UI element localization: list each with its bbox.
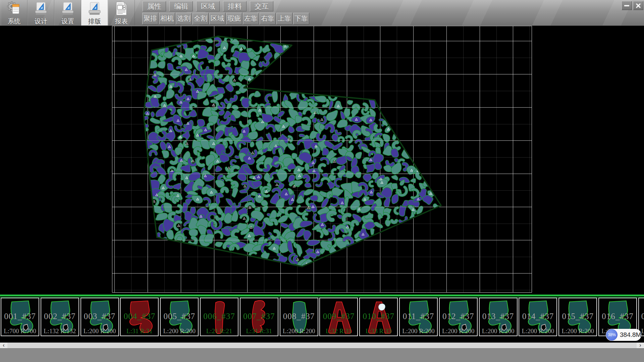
piece-lr-count-label: L:200 R:200 xyxy=(519,327,556,335)
scroll-right-arrow[interactable]: › xyxy=(637,343,644,348)
tool-button-10[interactable]: 下靠 xyxy=(293,13,309,24)
tool-button-2[interactable]: 相机 xyxy=(159,13,175,24)
tool-button-9[interactable]: 上靠 xyxy=(276,13,292,24)
horizontal-scrollbar[interactable]: ‹ › xyxy=(0,343,644,348)
menu-item-3[interactable]: 区域 xyxy=(196,1,220,11)
memory-percent-indicator: 38% xyxy=(606,329,618,341)
tool-button-6[interactable]: 瑕疵 xyxy=(226,13,242,24)
memory-percent: 38% xyxy=(608,333,616,337)
minimize-button[interactable] xyxy=(622,1,632,10)
ruler-icon xyxy=(87,1,102,18)
piece-lr-count-label: L:132 R:132 xyxy=(41,327,78,335)
piece-lr-count-label: L:200 R:200 xyxy=(400,327,437,335)
main-tab-label: 设置 xyxy=(61,18,74,25)
piece-id-label: 006_#37 xyxy=(201,312,238,321)
close-icon xyxy=(636,3,641,8)
piece-id-label: 004_#37 xyxy=(121,312,158,321)
piece-id-label: 015_#37 xyxy=(559,312,596,321)
report-icon xyxy=(114,1,129,18)
piece-thumbnail[interactable]: 012_#37L:200 R:200 xyxy=(439,298,478,336)
piece-id-label: 005_#37 xyxy=(161,312,198,321)
main-tab-4[interactable]: 排版 xyxy=(81,0,108,25)
tool-button-5[interactable]: 区域 xyxy=(209,13,225,24)
piece-thumbnail[interactable]: 006_#37L:21 R:21 xyxy=(200,298,238,336)
piece-thumbnail-strip: 001_#37L:700 R:700002_#37L:132 R:132003_… xyxy=(0,298,644,337)
piece-lr-count-label: L:31 R:31 xyxy=(121,327,158,335)
piece-thumbnail[interactable]: 002_#37L:132 R:132 xyxy=(41,298,79,336)
memory-usage-badge: 38% 384.8M xyxy=(606,329,641,341)
piece-id-label: 007_#37 xyxy=(240,312,278,321)
piece-id-label: 008_#37 xyxy=(280,312,318,321)
strip-divider-line xyxy=(0,295,644,296)
scroll-left-arrow[interactable]: ‹ xyxy=(0,343,7,348)
main-tab-label: 报表 xyxy=(115,18,128,25)
close-button[interactable] xyxy=(633,1,643,10)
piece-lr-count-label: L:32 R:31 xyxy=(320,327,357,335)
piece-lr-count-label: L:200 R:200 xyxy=(81,327,118,335)
tool-button-1[interactable]: 聚排 xyxy=(142,13,158,24)
piece-id-label: 011_#37 xyxy=(400,312,437,321)
tool-button-4[interactable]: 全割 xyxy=(193,13,209,24)
status-bar xyxy=(0,348,644,362)
menu-bar: 属性编辑区域排料交互 xyxy=(143,1,273,11)
piece-thumbnail[interactable]: 014_#37L:200 R:200 xyxy=(519,298,557,336)
piece-lr-count-label: L:31 R:31 xyxy=(240,327,278,335)
memory-size: 384.8M xyxy=(620,329,641,341)
piece-id-label: 0 xyxy=(639,312,644,321)
menu-item-5[interactable]: 交互 xyxy=(250,1,273,11)
piece-lr-count-label: L:200 R:200 xyxy=(480,327,517,335)
main-tab-label: 系统 xyxy=(8,18,20,25)
ruler-icon xyxy=(60,1,75,18)
main-tab-label: 设计 xyxy=(35,18,47,25)
menu-item-4[interactable]: 排料 xyxy=(223,1,247,11)
tool-bar: 聚排相机选割全割区域瑕疵左靠右靠上靠下靠 xyxy=(142,13,309,24)
piece-id-label: 016_#37 xyxy=(599,312,636,321)
piece-lr-count-label: L:200 R:200 xyxy=(161,327,198,335)
piece-id-label: 003_#37 xyxy=(81,312,118,321)
menu-item-1[interactable]: 属性 xyxy=(143,1,166,11)
piece-thumbnail[interactable]: 004_#37L:31 R:31 xyxy=(120,298,159,336)
piece-lr-count-label: L:33 R:33 xyxy=(360,327,397,335)
piece-id-label: 012_#37 xyxy=(440,312,477,321)
tool-button-3[interactable]: 选割 xyxy=(176,13,192,24)
piece-thumbnail[interactable]: 001_#37L:700 R:700 xyxy=(1,298,39,336)
piece-thumbnail[interactable]: 003_#37L:200 R:200 xyxy=(80,298,119,336)
strip-divider-line-thin xyxy=(0,297,644,297)
piece-thumbnail[interactable]: 015_#37L:200 R:200 xyxy=(558,298,597,336)
piece-id-label: 014_#37 xyxy=(519,312,556,321)
piece-id-label: 010_#37 xyxy=(360,312,397,321)
gear-document-icon xyxy=(7,1,21,18)
piece-lr-count-label: L:21 R:21 xyxy=(201,327,238,335)
piece-thumbnail[interactable]: 008_#37L:200 R:200 xyxy=(280,298,318,336)
piece-lr-count-label: L:700 R:700 xyxy=(1,327,39,335)
piece-thumbnail[interactable]: 005_#37L:200 R:200 xyxy=(160,298,199,336)
piece-id-label: 001_#37 xyxy=(1,312,39,321)
nesting-canvas[interactable] xyxy=(112,26,532,293)
piece-id-label: 002_#37 xyxy=(41,312,78,321)
piece-lr-count-label: L:200 R:200 xyxy=(559,327,596,335)
tool-button-8[interactable]: 右靠 xyxy=(260,13,276,24)
piece-thumbnail[interactable]: 011_#37L:200 R:200 xyxy=(399,298,438,336)
piece-id-label: 009_#37 xyxy=(320,312,357,321)
nesting-app-window: 系统设计设置排版报表 属性编辑区域排料交互 聚排相机选割全割区域瑕疵左靠右靠上靠… xyxy=(0,0,644,362)
minimize-icon xyxy=(624,5,629,6)
menu-item-2[interactable]: 编辑 xyxy=(169,1,193,11)
piece-thumbnail[interactable]: 007_#37L:31 R:31 xyxy=(240,298,278,336)
piece-thumbnail[interactable]: 010_#37L:33 R:33 xyxy=(359,298,398,336)
ruler-icon xyxy=(34,1,48,18)
piece-id-label: 013_#37 xyxy=(480,312,517,321)
piece-lr-count-label: L:200 R:200 xyxy=(280,327,318,335)
main-tab-3[interactable]: 设置 xyxy=(54,0,81,25)
piece-thumbnail[interactable]: 013_#37L:200 R:200 xyxy=(479,298,518,336)
main-tab-label: 排版 xyxy=(88,18,101,25)
main-toolbar: 系统设计设置排版报表 属性编辑区域排料交互 聚排相机选割全割区域瑕疵左靠右靠上靠… xyxy=(0,0,644,26)
main-tab-1[interactable]: 系统 xyxy=(1,0,28,25)
main-tab-2[interactable]: 设计 xyxy=(28,0,54,25)
piece-lr-count-label: L:200 R:200 xyxy=(440,327,477,335)
tool-button-7[interactable]: 左靠 xyxy=(243,13,259,24)
piece-thumbnail[interactable]: 009_#37L:32 R:31 xyxy=(319,298,358,336)
main-tab-5[interactable]: 报表 xyxy=(108,0,135,25)
